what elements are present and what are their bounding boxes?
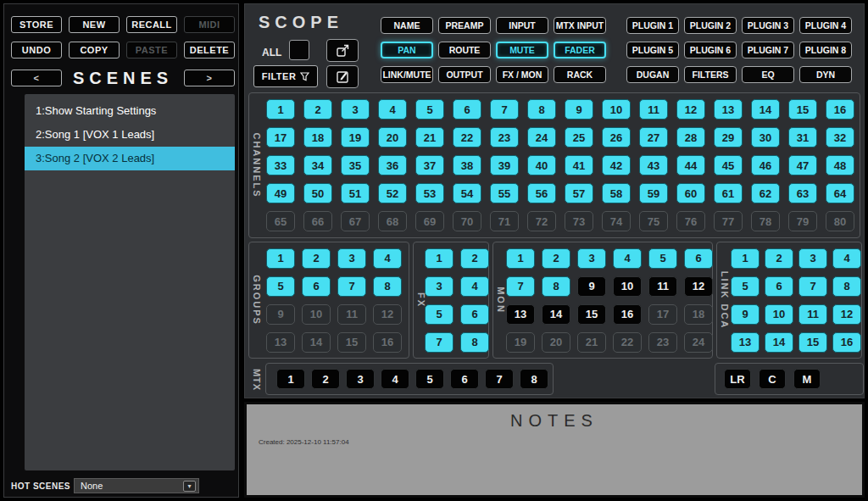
channels-cell-18[interactable]: 18 <box>303 127 332 148</box>
channels-cell-57[interactable]: 57 <box>565 183 593 203</box>
mtx-cell-7[interactable]: 7 <box>485 369 514 389</box>
channels-cell-25[interactable]: 25 <box>565 127 593 148</box>
mtx-cell-1[interactable]: 1 <box>276 369 305 389</box>
channels-cell-35[interactable]: 35 <box>341 155 370 175</box>
scope-eq-button[interactable]: EQ <box>742 66 794 83</box>
channels-cell-8[interactable]: 8 <box>527 99 556 120</box>
mon-cell-15[interactable]: 15 <box>577 304 606 325</box>
mon-cell-1[interactable]: 1 <box>506 248 535 269</box>
channels-cell-1[interactable]: 1 <box>266 99 295 120</box>
scope-plugin-8-button[interactable]: PLUGIN 8 <box>799 42 852 58</box>
channels-cell-48[interactable]: 48 <box>826 155 854 175</box>
channels-cell-4[interactable]: 4 <box>378 99 407 120</box>
fx-cell-1[interactable]: 1 <box>425 248 453 269</box>
channels-cell-39[interactable]: 39 <box>490 155 519 175</box>
mtx-cell-3[interactable]: 3 <box>346 369 375 389</box>
scope-plugin-7-button[interactable]: PLUGIN 7 <box>742 42 794 58</box>
groups-cell-3[interactable]: 3 <box>337 248 366 269</box>
channels-cell-21[interactable]: 21 <box>415 127 444 148</box>
scope-dyn-button[interactable]: DYN <box>799 66 852 83</box>
fx-cell-7[interactable]: 7 <box>425 332 453 353</box>
action-store-button[interactable]: STORE <box>11 16 62 33</box>
scope-output-button[interactable]: OUTPUT <box>438 66 491 83</box>
channels-cell-22[interactable]: 22 <box>453 127 481 148</box>
fx-cell-2[interactable]: 2 <box>460 248 489 269</box>
scope-filters-button[interactable]: FILTERS <box>684 66 737 83</box>
mon-cell-2[interactable]: 2 <box>542 248 570 269</box>
mtx-cell-6[interactable]: 6 <box>450 369 479 389</box>
scene-row-2-song-1-vox-1-leads[interactable]: 2:Song 1 [VOX 1 Leads] <box>25 123 235 147</box>
channels-cell-17[interactable]: 17 <box>266 127 295 148</box>
scope-input-button[interactable]: INPUT <box>496 17 548 34</box>
channels-cell-34[interactable]: 34 <box>303 155 332 175</box>
channels-cell-26[interactable]: 26 <box>602 127 631 148</box>
channels-cell-63[interactable]: 63 <box>788 183 817 203</box>
scope-route-button[interactable]: ROUTE <box>438 42 491 58</box>
channels-cell-36[interactable]: 36 <box>378 155 407 175</box>
channels-cell-2[interactable]: 2 <box>303 99 332 120</box>
mon-cell-12[interactable]: 12 <box>684 276 713 297</box>
scope-fader-button[interactable]: FADER <box>554 42 606 58</box>
scope-pan-button[interactable]: PAN <box>381 42 433 58</box>
channels-cell-30[interactable]: 30 <box>751 127 780 148</box>
scope-plugin-2-button[interactable]: PLUGIN 2 <box>684 17 737 34</box>
channels-cell-3[interactable]: 3 <box>341 99 370 120</box>
mon-cell-7[interactable]: 7 <box>506 276 535 297</box>
linkdca-cell-2[interactable]: 2 <box>765 248 793 269</box>
linkdca-cell-14[interactable]: 14 <box>765 332 793 353</box>
channels-cell-41[interactable]: 41 <box>565 155 593 175</box>
linkdca-cell-1[interactable]: 1 <box>731 248 760 269</box>
mtx-cell-4[interactable]: 4 <box>381 369 409 389</box>
channels-cell-44[interactable]: 44 <box>676 155 705 175</box>
mon-cell-16[interactable]: 16 <box>613 304 642 325</box>
mtx-cell-5[interactable]: 5 <box>415 369 444 389</box>
channels-cell-58[interactable]: 58 <box>602 183 631 203</box>
channels-cell-60[interactable]: 60 <box>676 183 705 203</box>
linkdca-cell-16[interactable]: 16 <box>832 332 861 353</box>
fx-cell-4[interactable]: 4 <box>460 276 489 297</box>
channels-cell-38[interactable]: 38 <box>453 155 481 175</box>
scope-preamp-button[interactable]: PREAMP <box>438 17 491 34</box>
channels-cell-6[interactable]: 6 <box>453 99 481 120</box>
linkdca-cell-15[interactable]: 15 <box>798 332 827 353</box>
channels-cell-32[interactable]: 32 <box>826 127 854 148</box>
groups-cell-4[interactable]: 4 <box>373 248 402 269</box>
linkdca-cell-4[interactable]: 4 <box>832 248 861 269</box>
scope-all-checkbox[interactable] <box>289 40 309 60</box>
action-delete-button[interactable]: DELETE <box>184 42 235 58</box>
mon-cell-14[interactable]: 14 <box>542 304 570 325</box>
mon-cell-10[interactable]: 10 <box>613 276 642 297</box>
linkdca-cell-3[interactable]: 3 <box>798 248 827 269</box>
groups-cell-5[interactable]: 5 <box>266 276 295 297</box>
scope-mtx-input-button[interactable]: MTX INPUT <box>554 17 606 34</box>
linkdca-cell-5[interactable]: 5 <box>731 276 760 297</box>
mon-cell-5[interactable]: 5 <box>648 248 677 269</box>
channels-cell-49[interactable]: 49 <box>266 183 295 203</box>
channels-cell-13[interactable]: 13 <box>714 99 743 120</box>
channels-cell-11[interactable]: 11 <box>639 99 668 120</box>
channels-cell-24[interactable]: 24 <box>527 127 556 148</box>
edit-notes-button[interactable] <box>326 65 359 88</box>
channels-cell-37[interactable]: 37 <box>415 155 444 175</box>
linkdca-cell-6[interactable]: 6 <box>765 276 793 297</box>
channels-cell-10[interactable]: 10 <box>602 99 631 120</box>
groups-cell-6[interactable]: 6 <box>302 276 331 297</box>
channels-cell-20[interactable]: 20 <box>378 127 407 148</box>
scope-rack-button[interactable]: RACK <box>554 66 606 83</box>
channels-cell-43[interactable]: 43 <box>639 155 668 175</box>
channels-cell-53[interactable]: 53 <box>415 183 444 203</box>
master-cell-c[interactable]: C <box>759 369 786 389</box>
scope-plugin-6-button[interactable]: PLUGIN 6 <box>684 42 737 58</box>
scope-link-mute-button[interactable]: LINK/MUTE <box>381 66 433 83</box>
scope-dugan-button[interactable]: DUGAN <box>626 66 679 83</box>
channels-cell-61[interactable]: 61 <box>714 183 743 203</box>
channels-cell-12[interactable]: 12 <box>676 99 705 120</box>
scope-plugin-1-button[interactable]: PLUGIN 1 <box>626 17 679 34</box>
channels-cell-29[interactable]: 29 <box>714 127 743 148</box>
scope-fx-mon-button[interactable]: FX / MON <box>496 66 548 83</box>
linkdca-cell-12[interactable]: 12 <box>832 304 861 325</box>
channels-cell-47[interactable]: 47 <box>788 155 817 175</box>
mon-cell-8[interactable]: 8 <box>542 276 570 297</box>
hot-scenes-dropdown[interactable]: None ▾ <box>74 478 199 493</box>
groups-cell-7[interactable]: 7 <box>337 276 366 297</box>
